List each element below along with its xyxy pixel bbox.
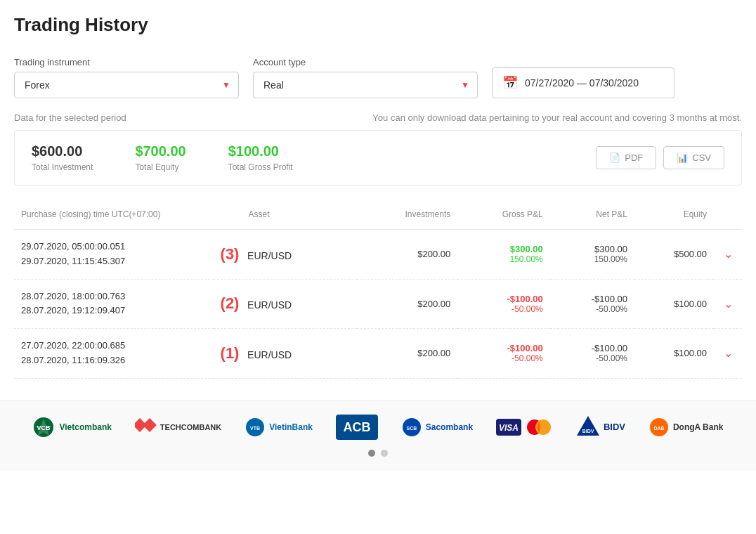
svg-text:DAB: DAB bbox=[653, 426, 664, 431]
account-select[interactable]: Real Demo bbox=[253, 72, 478, 98]
logo-vietcombank: VCB Vietcombank bbox=[32, 416, 111, 438]
account-filter-group: Account type Real Demo bbox=[253, 57, 478, 98]
row-investments: $200.00 bbox=[357, 230, 457, 280]
download-buttons: 📄 PDF 📊 CSV bbox=[596, 146, 724, 169]
row-investments: $200.00 bbox=[357, 329, 457, 379]
row-expand[interactable]: ⌄ bbox=[714, 279, 742, 329]
logos-row: VCB Vietcombank TECHCOMBANK VTB VietinBa… bbox=[28, 415, 728, 440]
row-equity: $100.00 bbox=[634, 279, 714, 329]
row-number: (3) bbox=[221, 245, 240, 263]
instrument-label: Trading instrument bbox=[14, 57, 239, 67]
col-time: Purchase (closing) time UTC(+07:00) bbox=[14, 200, 214, 230]
row-number: (2) bbox=[221, 294, 240, 312]
pdf-download-button[interactable]: 📄 PDF bbox=[596, 146, 656, 169]
svg-rect-3 bbox=[143, 418, 157, 432]
table-body: 29.07.2020, 05:00:00.051 29.07.2020, 11:… bbox=[14, 230, 742, 379]
col-expand bbox=[714, 200, 742, 230]
csv-icon: 📊 bbox=[677, 152, 688, 163]
total-investment-label: Total Investment bbox=[32, 162, 93, 172]
total-gross-profit-value: $100.00 bbox=[228, 143, 293, 159]
table-row: 27.07.2020, 22:00:00.685 28.07.2020, 11:… bbox=[14, 329, 742, 379]
row-net-pnl: -$100.00 -50.00% bbox=[550, 279, 634, 329]
csv-label: CSV bbox=[692, 152, 711, 163]
date-range-group: 📅 07/27/2020 — 07/30/2020 bbox=[492, 63, 674, 98]
svg-text:VCB: VCB bbox=[37, 424, 51, 431]
trading-table: Purchase (closing) time UTC(+07:00) Asse… bbox=[14, 200, 742, 379]
vietinbank-icon: VTB bbox=[245, 417, 266, 438]
page-title: Trading History bbox=[14, 14, 742, 36]
total-equity-value: $700.00 bbox=[135, 143, 185, 159]
summary-info-right: You can only download data pertaining to… bbox=[372, 112, 742, 123]
header-row: Purchase (closing) time UTC(+07:00) Asse… bbox=[14, 200, 742, 230]
metric-total-equity: $700.00 Total Equity bbox=[135, 143, 185, 172]
visa-mc-icon: VISA bbox=[496, 415, 552, 440]
logo-techcombank: TECHCOMBANK bbox=[135, 417, 221, 437]
svg-text:ACB: ACB bbox=[343, 420, 370, 434]
logo-visa-mc: VISA bbox=[496, 415, 552, 440]
expand-button[interactable]: ⌄ bbox=[724, 297, 733, 311]
pdf-label: PDF bbox=[625, 152, 643, 163]
metric-total-gross-profit: $100.00 Total Gross Profit bbox=[228, 143, 293, 172]
row-num-asset: (1) EUR/USD bbox=[214, 329, 358, 379]
table-header: Purchase (closing) time UTC(+07:00) Asse… bbox=[14, 200, 742, 230]
logo-vietinbank: VTB VietinBank bbox=[245, 417, 313, 438]
row-gross-pnl: $300.00 150.00% bbox=[457, 230, 550, 280]
col-gross-pnl: Gross P&L bbox=[457, 200, 550, 230]
table-row: 29.07.2020, 05:00:00.051 29.07.2020, 11:… bbox=[14, 230, 742, 280]
acb-icon: ACB bbox=[336, 415, 378, 440]
page-header: Trading History bbox=[0, 0, 756, 57]
summary-card: $600.00 Total Investment $700.00 Total E… bbox=[14, 130, 742, 185]
pagination-dots bbox=[28, 450, 728, 457]
csv-download-button[interactable]: 📊 CSV bbox=[663, 146, 724, 169]
dot-1[interactable] bbox=[368, 450, 375, 457]
donga-icon: DAB bbox=[649, 417, 670, 438]
calendar-icon: 📅 bbox=[502, 75, 518, 91]
date-range-text: 07/27/2020 — 07/30/2020 bbox=[525, 77, 639, 89]
instrument-select-wrapper[interactable]: Forex Binary Options Crypto bbox=[14, 72, 239, 98]
col-equity: Equity bbox=[634, 200, 714, 230]
summary-info-left: Data for the selected period bbox=[14, 112, 126, 123]
row-asset: EUR/USD bbox=[247, 349, 292, 360]
bidv-icon: BIDV bbox=[575, 415, 601, 440]
vietcombank-icon: VCB bbox=[32, 416, 55, 438]
expand-button[interactable]: ⌄ bbox=[724, 247, 733, 261]
total-investment-value: $600.00 bbox=[32, 143, 93, 159]
date-range-picker[interactable]: 📅 07/27/2020 — 07/30/2020 bbox=[492, 67, 674, 98]
row-number: (1) bbox=[221, 344, 240, 362]
logo-donga: DAB DongA Bank bbox=[649, 417, 724, 438]
row-expand[interactable]: ⌄ bbox=[714, 329, 742, 379]
metric-total-investment: $600.00 Total Investment bbox=[32, 143, 93, 172]
account-select-wrapper[interactable]: Real Demo bbox=[253, 72, 478, 98]
row-net-pnl: $300.00 150.00% bbox=[550, 230, 634, 280]
row-equity: $100.00 bbox=[634, 329, 714, 379]
instrument-select[interactable]: Forex Binary Options Crypto bbox=[14, 72, 239, 98]
filters-row: Trading instrument Forex Binary Options … bbox=[0, 57, 756, 112]
row-expand[interactable]: ⌄ bbox=[714, 230, 742, 280]
row-asset: EUR/USD bbox=[247, 250, 292, 261]
account-label: Account type bbox=[253, 57, 478, 67]
expand-button[interactable]: ⌄ bbox=[724, 346, 733, 360]
svg-text:BIDV: BIDV bbox=[582, 429, 594, 434]
pdf-icon: 📄 bbox=[609, 152, 620, 163]
svg-text:VISA: VISA bbox=[499, 423, 519, 433]
table-row: 28.07.2020, 18:00:00.763 28.07.2020, 19:… bbox=[14, 279, 742, 329]
row-time: 28.07.2020, 18:00:00.763 28.07.2020, 19:… bbox=[14, 279, 214, 329]
summary-section: Data for the selected period You can onl… bbox=[0, 112, 756, 200]
row-equity: $500.00 bbox=[634, 230, 714, 280]
dot-2[interactable] bbox=[381, 450, 388, 457]
summary-metrics: $600.00 Total Investment $700.00 Total E… bbox=[32, 143, 596, 172]
page-container: Trading History Trading instrument Forex… bbox=[0, 0, 756, 471]
sacombank-icon: SCB bbox=[401, 417, 422, 438]
svg-text:VTB: VTB bbox=[250, 426, 260, 431]
svg-text:SCB: SCB bbox=[406, 426, 417, 431]
footer-logos: VCB Vietcombank TECHCOMBANK VTB VietinBa… bbox=[0, 400, 756, 471]
techcombank-icon bbox=[135, 417, 160, 437]
row-num-asset: (2) EUR/USD bbox=[214, 279, 358, 329]
col-net-pnl: Net P&L bbox=[550, 200, 634, 230]
row-time: 27.07.2020, 22:00:00.685 28.07.2020, 11:… bbox=[14, 329, 214, 379]
summary-info-bar: Data for the selected period You can onl… bbox=[14, 112, 742, 123]
row-time: 29.07.2020, 05:00:00.051 29.07.2020, 11:… bbox=[14, 230, 214, 280]
instrument-filter-group: Trading instrument Forex Binary Options … bbox=[14, 57, 239, 98]
logo-sacombank: SCB Sacombank bbox=[401, 417, 473, 438]
logo-bidv: BIDV BIDV bbox=[575, 415, 625, 440]
